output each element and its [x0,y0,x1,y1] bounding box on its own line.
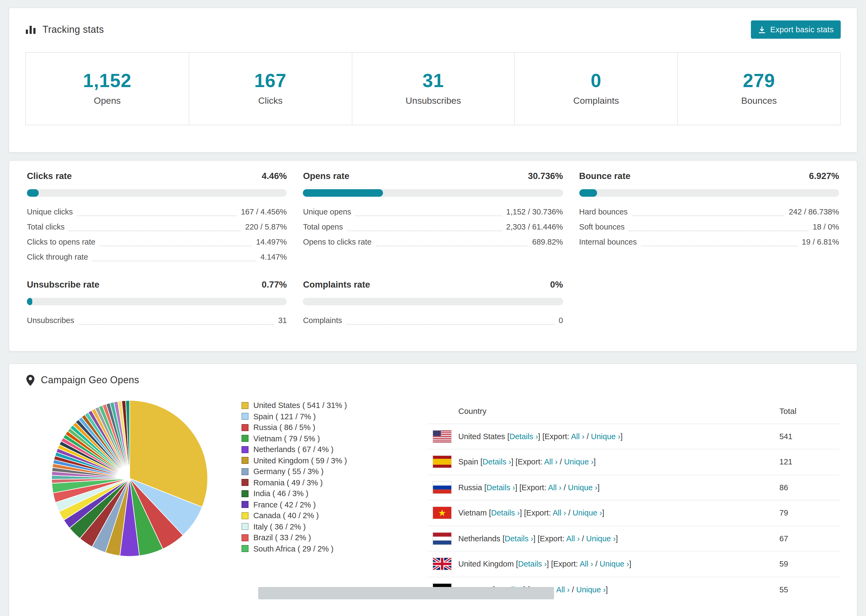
flag-ru-icon [433,482,451,493]
country-name: Vietnam [458,509,489,517]
stat-row: Total clicks220 / 5.87% [27,219,287,234]
legend-label: United States ( 541 / 31% ) [254,401,347,410]
stat-value: 31 [352,70,515,91]
legend-swatch [241,424,249,431]
country-cell: Vietnam [Details ›] [Export: All › / Uni… [428,500,779,525]
legend-swatch [241,402,249,409]
country-total: 55 [779,577,840,602]
export-unique-link[interactable]: Unique › [591,432,620,441]
stats-summary: 1,152Opens167Clicks31Unsubscribes0Compla… [25,52,841,125]
stat-card-complaints: 0Complaints [515,53,677,125]
export-unique-link[interactable]: Unique › [600,560,629,569]
legend-swatch [241,435,249,442]
geo-opens-panel: Campaign Geo Opens United States ( 541 /… [9,363,857,616]
progress-fill [303,189,383,197]
details-link[interactable]: Details › [505,534,533,543]
legend-swatch [241,490,249,497]
export-all-link[interactable]: All › [553,509,566,517]
stat-row-value: 19 / 6.81% [802,234,839,250]
stat-card-bounces: 279Bounces [677,53,840,125]
dotted-leader [376,246,528,246]
stat-row-label: Unique clicks [27,204,73,219]
stat-row: Unique opens1,152 / 30.736% [303,204,563,219]
geo-table-row-spain: Spain [Details ›] [Export: All › / Uniqu… [428,449,840,475]
stat-card-unsubscribes: 31Unsubscribes [351,53,515,125]
dotted-leader [356,215,502,216]
export-unique-link[interactable]: Unique › [573,509,602,517]
country-column-header: Country [428,399,779,424]
export-all-link[interactable]: All › [544,458,557,466]
legend-item-italy: Italy ( 36 / 2% ) [241,521,420,532]
geo-table-row-russia: Russia [Details ›] [Export: All › / Uniq… [428,475,840,500]
tracking-stats-panel: Tracking stats Export basic stats 1,152O… [9,8,857,152]
bar-chart-icon [25,24,36,35]
dotted-leader [92,261,256,261]
rate-title: Clicks rate [27,169,72,182]
details-link[interactable]: Details › [491,509,520,517]
details-link[interactable]: Details › [487,483,515,492]
dotted-leader [346,324,554,325]
legend-label: France ( 42 / 2% ) [254,500,316,509]
legend-item-spain: Spain ( 121 / 7% ) [241,411,420,422]
stat-row: Clicks to opens rate14.497% [27,234,287,250]
export-unique-link[interactable]: Unique › [568,483,598,492]
export-all-link[interactable]: All › [566,534,579,543]
flag-vn-icon [433,507,451,519]
legend-swatch [241,479,249,486]
export-unique-link[interactable]: Unique › [586,534,616,543]
dashboard: Tracking stats Export basic stats 1,152O… [0,0,866,616]
stat-row: Hard bounces242 / 86.738% [579,204,839,219]
stat-row-label: Unique opens [303,204,351,219]
export-all-link[interactable]: All › [548,483,562,492]
stat-row-value: 4.147% [260,250,287,264]
details-link[interactable]: Details › [518,560,546,569]
stat-row: Unsubscribes31 [27,313,287,328]
rate-card-bounce-rate: Bounce rate6.927%Hard bounces242 / 86.73… [579,169,839,264]
dotted-leader [77,215,237,216]
export-basic-stats-button[interactable]: Export basic stats [751,20,841,39]
legend-swatch [241,534,249,541]
details-link[interactable]: Details › [509,432,538,441]
export-unique-link[interactable]: Unique › [576,585,606,594]
details-link[interactable]: Details › [482,458,511,466]
export-unique-link[interactable]: Unique › [564,458,594,466]
stat-row-label: Click through rate [27,250,88,264]
export-prefix: Export: [553,560,579,569]
geo-content: United States ( 541 / 31% )Spain ( 121 /… [26,399,840,602]
legend-label: South Africa ( 29 / 2% ) [254,545,334,553]
stat-value: 1,152 [26,70,189,91]
legend-label: Italy ( 36 / 2% ) [254,522,306,531]
stat-label: Bounces [678,96,840,107]
rates-grid: Clicks rate4.46%Unique clicks167 / 4.456… [27,169,839,328]
rate-value: 30.736% [528,169,563,182]
stat-row-label: Complaints [303,313,342,328]
country-name: Spain [458,458,480,466]
export-all-link[interactable]: All › [579,560,593,569]
stat-row-label: Total opens [303,219,343,234]
horizontal-scrollbar[interactable] [258,587,554,599]
progress-bar [27,189,287,197]
stat-row-label: Internal bounces [579,234,636,250]
dotted-leader [347,231,502,231]
legend-item-south-africa: South Africa ( 29 / 2% ) [241,543,420,554]
stat-row-label: Hard bounces [579,204,628,219]
country-total: 67 [779,526,840,551]
stat-row-label: Opens to clicks rate [303,234,372,250]
stat-row-label: Total clicks [27,219,65,234]
legend-label: Vietnam ( 79 / 5% ) [254,434,320,443]
progress-fill [27,189,38,197]
rate-card-opens-rate: Opens rate30.736%Unique opens1,152 / 30.… [303,169,563,264]
export-all-link[interactable]: All › [571,432,584,441]
stat-value: 167 [189,70,352,91]
stat-row: Complaints0 [303,313,563,328]
rate-title: Unsubscribe rate [27,278,99,291]
country-cell: Spain [Details ›] [Export: All › / Uniqu… [428,449,779,475]
export-all-link[interactable]: All › [556,585,570,594]
legend-label: Canada ( 40 / 2% ) [254,511,319,520]
stat-row: Internal bounces19 / 6.81% [579,234,839,250]
country-name: Russia [458,483,484,492]
stat-row: Unique clicks167 / 4.456% [27,204,287,219]
progress-bar [579,189,839,197]
legend-item-romania: Romania ( 49 / 3% ) [241,477,420,488]
rate-card-complaints-rate: Complaints rate0%Complaints0 [303,278,563,328]
